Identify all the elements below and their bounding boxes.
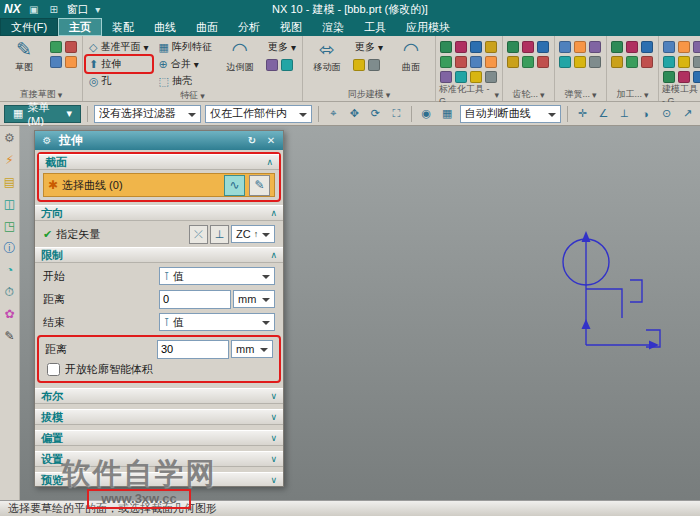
toolbar-icon[interactable]: ◑	[637, 105, 654, 123]
toolbar-icon[interactable]: ◉	[418, 105, 435, 123]
vector-dialog-button[interactable]: ⤫	[189, 225, 208, 244]
unite-button[interactable]: ⊕ 合并 ▾	[156, 56, 215, 72]
selection-scope-dropdown[interactable]: 仅在工作部件内	[205, 105, 312, 123]
vector-perpendicular-button[interactable]: ⊥	[210, 225, 229, 244]
group-label-machining[interactable]: 加工... ▾	[610, 88, 655, 101]
save-icon[interactable]: ▣	[27, 4, 41, 15]
toolbar-icon[interactable]	[50, 56, 62, 68]
surface-button[interactable]: ◠ 曲面	[390, 38, 432, 74]
toolbar-icon[interactable]	[440, 41, 452, 53]
toolbar-icon[interactable]	[626, 56, 638, 68]
move-face-button[interactable]: ⬄ 移动面	[306, 38, 348, 74]
group-label-spring[interactable]: 弹簧... ▾	[558, 88, 603, 101]
synchronous-more-button[interactable]: 更多 ▾	[352, 39, 386, 55]
resource-bar-icon[interactable]: ◳	[4, 220, 15, 233]
toolbar-icon[interactable]	[485, 41, 497, 53]
group-label-modeling-tools[interactable]: 建模工具 - G... ▾	[662, 88, 700, 101]
start-dropdown[interactable]: ⊺ 值	[159, 267, 275, 285]
section-header[interactable]: 截面 ∧	[39, 154, 279, 170]
pattern-feature-button[interactable]: ▦ 阵列特征	[156, 39, 215, 55]
hole-button[interactable]: ◎ 孔	[86, 73, 152, 89]
file-menu[interactable]: 文件(F)	[0, 18, 58, 36]
toolbar-icon[interactable]	[559, 56, 571, 68]
select-curve-row[interactable]: ✱ 选择曲线 (0) ∿ ✎	[43, 173, 275, 197]
toolbar-icon[interactable]: ⟳	[367, 105, 384, 123]
offset-header[interactable]: 偏置 ∨	[35, 430, 283, 446]
group-label-synchronous[interactable]: 同步建模 ▾	[306, 88, 432, 101]
resource-bar-icon[interactable]: ⏱	[5, 286, 14, 299]
toolbar-icon[interactable]	[589, 56, 601, 68]
toolbar-icon[interactable]	[440, 56, 452, 68]
toolbar-icon[interactable]	[353, 59, 365, 71]
toolbar-icon[interactable]	[537, 56, 549, 68]
start-unit-dropdown[interactable]: mm	[233, 290, 275, 308]
resource-bar-icon[interactable]: ✎	[4, 330, 14, 343]
tab-home[interactable]: 主页	[58, 18, 102, 36]
toolbar-icon[interactable]	[641, 56, 653, 68]
toolbar-icon[interactable]	[678, 56, 690, 68]
toolbar-icon[interactable]: ⟂	[616, 105, 633, 123]
toolbar-icon[interactable]: ⊙	[658, 105, 675, 123]
toolbar-icon[interactable]	[626, 41, 638, 53]
resource-bar-icon[interactable]: ⓘ	[4, 242, 16, 255]
toolbar-icon[interactable]	[455, 56, 467, 68]
toolbar-icon[interactable]: ↗	[679, 105, 696, 123]
resource-bar-icon[interactable]: ✿	[4, 308, 14, 321]
toolbar-icon[interactable]	[50, 41, 62, 53]
window-menu[interactable]: 窗口 ▾	[67, 2, 105, 17]
toolbar-icon[interactable]	[470, 41, 482, 53]
resource-bar-icon[interactable]: ⚡	[5, 154, 13, 167]
toolbar-icon[interactable]	[522, 41, 534, 53]
toolbar-icon[interactable]: ✛	[574, 105, 591, 123]
resource-bar-icon[interactable]: ⚙	[4, 132, 15, 145]
shell-button[interactable]: ⬚ 抽壳	[156, 73, 215, 89]
toolbar-icon[interactable]	[678, 41, 690, 53]
end-unit-dropdown[interactable]: mm	[231, 340, 273, 358]
group-label-gear[interactable]: 齿轮... ▾	[506, 88, 551, 101]
start-distance-input[interactable]	[159, 290, 231, 309]
direction-header[interactable]: 方向 ∧	[35, 205, 283, 221]
window-grid-icon[interactable]: ⊞	[47, 4, 61, 15]
sketch-button[interactable]: ✎ 草图	[3, 38, 45, 74]
feature-more-button[interactable]: 更多 ▾	[265, 39, 299, 55]
toolbar-icon[interactable]	[470, 71, 482, 83]
group-label-gc-toolkit[interactable]: 标准化工具 - G... ▾	[439, 88, 499, 101]
toolbar-icon[interactable]	[440, 71, 452, 83]
toolbar-icon[interactable]	[455, 41, 467, 53]
toolbar-icon[interactable]	[522, 56, 534, 68]
toolbar-icon[interactable]	[611, 41, 623, 53]
toolbar-icon[interactable]	[537, 41, 549, 53]
toolbar-icon[interactable]: ▦	[439, 105, 456, 123]
reset-icon[interactable]: ↻	[245, 135, 259, 146]
limits-header[interactable]: 限制 ∧	[35, 247, 283, 263]
toolbar-icon[interactable]	[559, 41, 571, 53]
toolbar-icon[interactable]	[455, 71, 467, 83]
toolbar-icon[interactable]	[65, 56, 77, 68]
toolbar-icon[interactable]	[693, 71, 700, 83]
toolbar-icon[interactable]	[678, 71, 690, 83]
draft-header[interactable]: 拔模 ∨	[35, 409, 283, 425]
toolbar-icon[interactable]	[281, 59, 293, 71]
curve-select-button[interactable]: ∿	[224, 175, 245, 196]
tab-assembly[interactable]: 装配	[102, 18, 144, 36]
selection-filter-dropdown[interactable]: 没有选择过滤器	[94, 105, 201, 123]
toolbar-icon[interactable]: ∠	[595, 105, 612, 123]
preview-header[interactable]: 预览 ∨	[35, 472, 283, 487]
end-dropdown[interactable]: ⊺ 值	[159, 313, 275, 331]
toolbar-icon[interactable]: ✥	[346, 105, 363, 123]
edge-blend-button[interactable]: ◠ 边倒圆	[219, 38, 261, 74]
toolbar-icon[interactable]	[266, 59, 278, 71]
vector-type-dropdown[interactable]: ZC ↑	[231, 225, 275, 243]
curve-rule-dropdown[interactable]: 自动判断曲线	[460, 105, 561, 123]
toolbar-icon[interactable]	[693, 56, 700, 68]
toolbar-icon[interactable]	[507, 41, 519, 53]
tab-render[interactable]: 渲染	[312, 18, 354, 36]
toolbar-icon[interactable]: ⛶	[388, 105, 405, 123]
toolbar-icon[interactable]	[611, 56, 623, 68]
end-distance-input[interactable]	[157, 340, 229, 359]
toolbar-icon[interactable]	[589, 41, 601, 53]
toolbar-icon[interactable]	[574, 56, 586, 68]
boolean-header[interactable]: 布尔 ∨	[35, 388, 283, 404]
tab-analysis[interactable]: 分析	[228, 18, 270, 36]
toolbar-icon[interactable]	[507, 56, 519, 68]
